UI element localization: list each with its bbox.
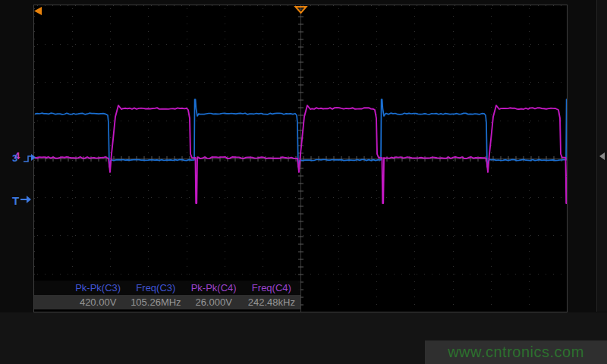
measurement-labels-row: Pk-Pk(C3) Freq(C3) Pk-Pk(C4) Freq(C4) xyxy=(34,281,300,295)
meas-value-pkpk-c3: 420.00V xyxy=(34,297,127,308)
watermark-text: www.cntronics.com xyxy=(448,344,584,361)
meas-label-pkpk-c3: Pk-Pk(C3) xyxy=(34,282,127,293)
waveform-display: Pk-Pk(C3) Freq(C3) Pk-Pk(C4) Freq(C4) 42… xyxy=(33,5,568,312)
meas-value-freq-c3: 105.26MHz xyxy=(127,297,184,308)
waveform-grid-and-traces xyxy=(34,5,567,312)
meas-label-freq-c3: Freq(C3) xyxy=(127,282,184,293)
left-pointer-icon[interactable] xyxy=(599,152,605,160)
watermark-box: www.cntronics.com xyxy=(425,340,607,364)
oscilloscope-screen: Pk-Pk(C3) Freq(C3) Pk-Pk(C4) Freq(C4) 42… xyxy=(0,0,607,364)
meas-label-freq-c4: Freq(C4) xyxy=(243,282,300,293)
meas-value-freq-c4: 242.48kHz xyxy=(243,297,300,308)
right-side-strip xyxy=(596,0,607,312)
meas-value-pkpk-c4: 26.000V xyxy=(185,297,243,308)
channel-position-markers[interactable]: 4 3 xyxy=(12,150,36,165)
trigger-level-marker[interactable]: T xyxy=(12,194,32,207)
trigger-level-label: T xyxy=(12,194,19,207)
meas-label-pkpk-c4: Pk-Pk(C4) xyxy=(185,282,243,293)
right-arrow-icon xyxy=(20,195,32,204)
measurement-values-row: 420.00V 105.26MHz 26.000V 242.48kHz xyxy=(34,295,300,309)
channel-3-position-marker[interactable]: 3 xyxy=(12,152,17,164)
position-step-arrow-icon xyxy=(22,152,37,165)
left-edge-trigger-marker xyxy=(34,7,42,15)
measurement-bar: Pk-Pk(C3) Freq(C3) Pk-Pk(C4) Freq(C4) 42… xyxy=(34,281,300,309)
